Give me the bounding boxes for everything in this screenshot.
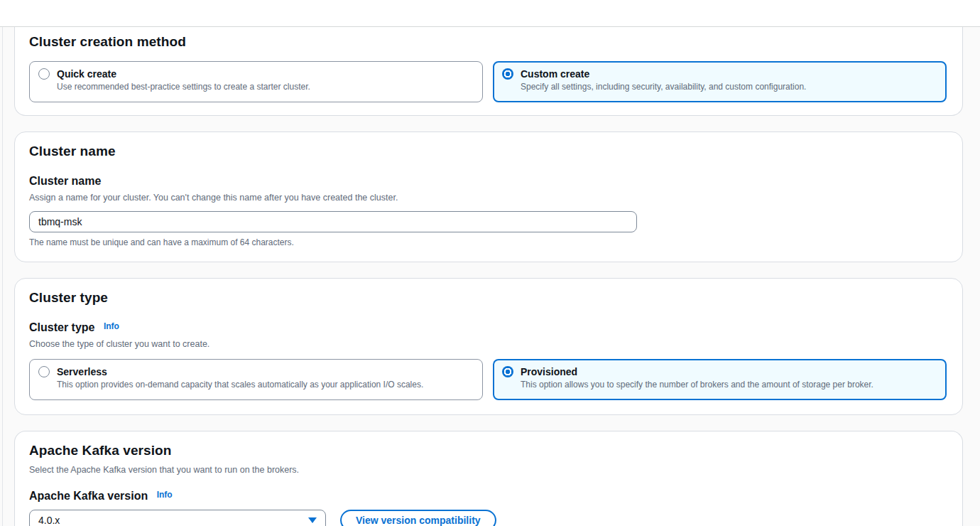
tile-provisioned-label: Provisioned — [521, 366, 577, 377]
tile-serverless-description: This option provides on-demand capacity … — [57, 380, 474, 390]
tile-quick-create[interactable]: Quick create Use recommended best-practi… — [29, 61, 483, 102]
tile-custom-create[interactable]: Custom create Specify all settings, incl… — [493, 61, 947, 102]
cluster-type-field-description: Choose the type of cluster you want to c… — [29, 338, 948, 351]
tile-provisioned-description: This option allows you to specify the nu… — [521, 380, 937, 390]
radio-button-icon[interactable] — [38, 68, 50, 80]
section-title-cluster-type: Cluster type — [29, 290, 948, 306]
radio-button-icon[interactable] — [38, 366, 50, 377]
section-cluster-creation-method: Cluster creation method Quick create Use… — [14, 27, 963, 116]
cluster-name-input[interactable] — [29, 211, 637, 232]
cluster-name-constraint-text: The name must be unique and can have a m… — [29, 237, 948, 247]
cluster-type-info-link[interactable]: Info — [104, 321, 119, 331]
tile-custom-create-description: Specify all settings, including security… — [521, 82, 937, 92]
kafka-version-selected-value: 4.0.x — [38, 515, 60, 526]
section-cluster-type: Cluster type Cluster type Info Choose th… — [14, 278, 963, 416]
kafka-version-field-label: Apache Kafka version — [29, 490, 148, 503]
tile-custom-create-label: Custom create — [521, 68, 589, 80]
radio-button-checked-icon[interactable] — [502, 68, 513, 80]
top-header-bar — [0, 0, 980, 27]
tile-serverless[interactable]: Serverless This option provides on-deman… — [29, 359, 483, 400]
kafka-version-info-link[interactable]: Info — [157, 490, 173, 500]
cluster-type-field-label: Cluster type — [29, 321, 94, 334]
view-version-compatibility-button[interactable]: View version compatibility — [340, 510, 496, 526]
section-cluster-name: Cluster name Cluster name Assign a name … — [14, 132, 963, 262]
section-title-cluster-creation-method: Cluster creation method — [29, 34, 948, 50]
create-cluster-form: Cluster creation method Quick create Use… — [0, 27, 980, 526]
side-panel-divider — [2, 27, 3, 526]
tile-quick-create-description: Use recommended best-practice settings t… — [57, 82, 474, 92]
kafka-version-select[interactable]: 4.0.x — [29, 510, 326, 526]
radio-button-checked-icon[interactable] — [502, 366, 513, 377]
creation-method-tiles: Quick create Use recommended best-practi… — [29, 61, 947, 102]
cluster-name-field-label: Cluster name — [29, 175, 101, 188]
section-title-apache-kafka-version: Apache Kafka version — [29, 443, 948, 458]
section-apache-kafka-version: Apache Kafka version Select the Apache K… — [14, 431, 963, 526]
kafka-version-section-description: Select the Apache Kafka version that you… — [29, 464, 948, 477]
cluster-type-tiles: Serverless This option provides on-deman… — [29, 359, 947, 400]
section-title-cluster-name: Cluster name — [29, 144, 948, 159]
tile-provisioned[interactable]: Provisioned This option allows you to sp… — [493, 359, 947, 400]
tile-quick-create-label: Quick create — [57, 68, 116, 80]
caret-down-icon — [308, 517, 317, 523]
cluster-name-field-description: Assign a name for your cluster. You can'… — [29, 192, 948, 205]
tile-serverless-label: Serverless — [57, 366, 107, 377]
